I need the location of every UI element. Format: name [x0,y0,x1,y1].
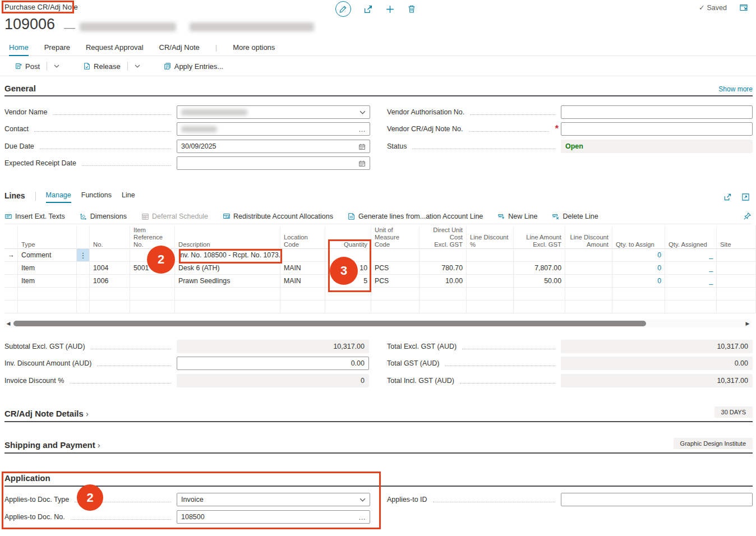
inv-discount-amount-field[interactable]: 0.00 [177,357,369,370]
lines-share-icon[interactable] [723,193,732,201]
applies-to-id-field[interactable] [561,493,753,506]
cell-line-disc-pct[interactable] [467,275,514,288]
tab-request-approval[interactable]: Request Approval [86,41,144,56]
release-dropdown[interactable] [131,62,144,70]
row-menu-icon[interactable]: ⋮ [77,249,90,262]
table-row-item-1006[interactable]: Item 1006 Prawn Seedlings MAIN 5 PCS 10.… [4,275,756,288]
lines-tab-manage[interactable]: Manage [46,191,71,203]
cell-description[interactable]: Desk 6 (ATH) [175,262,280,275]
delete-line-button[interactable]: Delete Line [552,212,598,220]
chevron-down-icon[interactable] [359,110,366,114]
cell-line-amount[interactable] [514,249,565,262]
header-location-code[interactable]: Location Code [280,225,325,251]
cell-site[interactable] [717,275,756,288]
scroll-left-arrow[interactable]: ◀ [4,321,12,326]
payment-terms-badge[interactable]: 30 DAYS [714,406,753,418]
horizontal-scrollbar[interactable]: ◀ ▶ [4,320,752,327]
cell-qty-assigned[interactable]: _ [665,249,717,262]
cell-type[interactable]: Item [18,262,77,275]
share-icon[interactable] [363,4,373,14]
scrollbar-track[interactable] [12,321,744,326]
new-document-icon[interactable] [385,4,395,14]
cell-qty-to-assign[interactable]: 0 [612,249,665,262]
cell-qty-assigned[interactable]: _ [665,262,717,275]
generate-lines-button[interactable]: Generate lines from...ation Account Line [348,212,483,220]
cell-location[interactable]: MAIN [280,275,325,288]
cell-site[interactable] [717,249,756,262]
cell-qty-assigned[interactable]: _ [665,275,717,288]
header-type[interactable]: Type [18,225,77,251]
header-line-discount-pct[interactable]: Line Discount % [467,225,514,251]
applies-to-doc-no-field[interactable]: 108500 … [177,510,370,524]
chevron-down-icon[interactable] [359,498,366,502]
scrollbar-thumb[interactable] [13,321,646,326]
cell-line-disc-amt[interactable] [565,275,612,288]
table-row-empty[interactable] [4,301,756,313]
cell-unit-cost[interactable] [420,249,467,262]
header-no[interactable]: No. [90,225,130,251]
post-button[interactable]: Post [11,60,43,73]
tab-prepare[interactable]: Prepare [44,41,70,56]
dimensions-button[interactable]: Dimensions [80,212,127,220]
cell-unit-cost[interactable]: 780.70 [420,262,467,275]
cell-no[interactable] [90,249,130,262]
cell-line-amount[interactable]: 7,807.00 [514,262,565,275]
tab-cr-adj-note[interactable]: CR/Adj Note [159,41,200,56]
cell-qty-to-assign[interactable]: 0 [612,275,665,288]
header-qty-to-assign[interactable]: Qty. to Assign [612,225,665,251]
header-description[interactable]: Description [175,225,280,251]
cell-location[interactable] [280,249,325,262]
calendar-icon[interactable] [358,143,366,150]
more-options[interactable]: More options [233,41,275,56]
contact-field[interactable]: … [177,122,370,136]
lines-tab-functions[interactable]: Functions [81,191,112,202]
cell-type[interactable]: Item [18,275,77,288]
cell-type[interactable]: Comment [18,249,77,262]
vendor-cr-adj-note-no-field[interactable] [561,122,753,136]
header-direct-unit-cost[interactable]: Direct Unit Cost Excl. GST [420,225,467,251]
cell-line-disc-pct[interactable] [467,262,514,275]
cell-uom[interactable]: PCS [371,262,420,275]
lines-tab-line[interactable]: Line [122,191,135,202]
cell-item-ref[interactable] [130,275,175,288]
deferral-schedule-button[interactable]: Deferral Schedule [141,212,208,220]
due-date-field[interactable]: 30/09/2025 [177,140,370,153]
pin-icon[interactable] [743,212,752,220]
cell-location[interactable]: MAIN [280,262,325,275]
release-button[interactable]: Release [80,60,124,73]
header-unit-of-measure-code[interactable]: Unit of Measure Code [371,225,420,251]
show-more-link[interactable]: Show more [718,85,753,93]
vendor-name-field[interactable] [177,105,370,119]
popout-icon[interactable] [739,3,748,12]
application-heading[interactable]: Application [4,473,50,483]
cell-qty-to-assign[interactable]: 0 [612,262,665,275]
table-row-comment[interactable]: → Comment ⋮ Inv. No. 108500 - Rcpt. No. … [4,249,756,262]
header-site[interactable]: Site [717,225,756,251]
header-quantity[interactable]: Quantity [325,225,371,251]
new-line-button[interactable]: New Line [497,212,537,220]
cell-no[interactable]: 1004 [90,262,130,275]
edit-icon[interactable] [335,1,351,17]
cell-uom[interactable]: PCS [371,275,420,288]
cell-description[interactable]: Prawn Seedlings [175,275,280,288]
ship-to-badge[interactable]: Graphic Design Institute [674,438,753,449]
cr-adj-note-details-heading[interactable]: CR/Adj Note Details › [4,409,89,418]
redistribute-account-allocations-button[interactable]: Redistribute Account Allocations [223,212,333,220]
table-row-empty[interactable] [4,288,756,301]
tab-home[interactable]: Home [9,41,29,56]
cell-line-amount[interactable]: 50.00 [514,275,565,288]
cell-description[interactable]: Inv. No. 108500 - Rcpt. No. 1073... [175,249,280,262]
header-line-amount[interactable]: Line Amount Excl. GST [514,225,565,251]
post-dropdown[interactable] [50,62,63,70]
header-line-discount-amount[interactable]: Line Discount Amount [565,225,612,251]
cell-line-disc-pct[interactable] [467,249,514,262]
lines-expand-icon[interactable] [741,193,750,201]
assist-edit-icon[interactable]: … [358,513,366,521]
header-qty-assigned[interactable]: Qty. Assigned [665,225,717,251]
insert-ext-texts-button[interactable]: Insert Ext. Texts [4,212,65,220]
calendar-icon[interactable] [358,160,366,167]
cell-line-disc-amt[interactable] [565,262,612,275]
cell-no[interactable]: 1006 [90,275,130,288]
vendor-authorisation-no-field[interactable] [561,105,753,119]
scroll-right-arrow[interactable]: ▶ [744,321,752,326]
